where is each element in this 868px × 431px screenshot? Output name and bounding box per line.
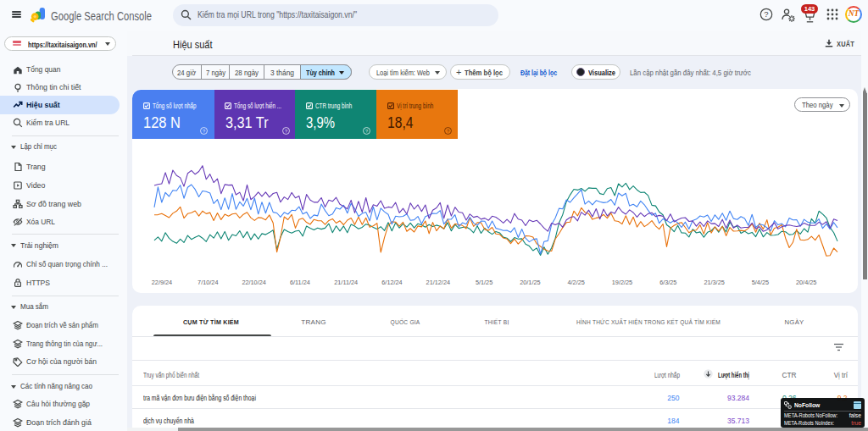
svg-text:?: ? xyxy=(447,129,449,134)
svg-text:?: ? xyxy=(365,129,368,134)
svg-text:?: ? xyxy=(764,9,768,19)
svg-text:?: ? xyxy=(203,129,205,134)
svg-text:?: ? xyxy=(284,129,287,134)
